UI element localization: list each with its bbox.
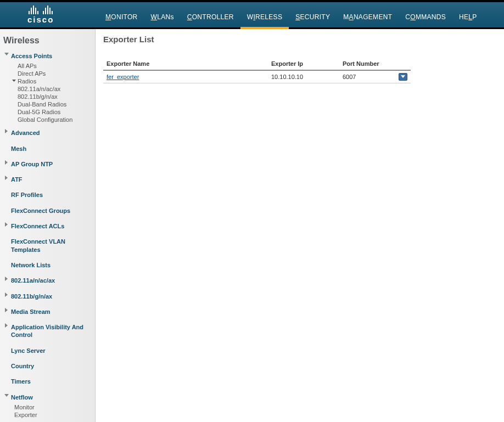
main-nav: MONITOR WLANs CONTROLLER WIRELESS SECURI… [99,2,484,27]
menu-country[interactable]: Country [3,360,93,372]
menu-network-lists[interactable]: Network Lists [3,259,93,271]
menu-label-netflow: Netflow [11,392,33,402]
menu-label-country: Country [11,361,34,371]
sub-radios[interactable]: Radios [18,77,36,85]
menu-label-timers: Timers [11,376,31,386]
menu-netflow[interactable]: Netflow [3,391,93,403]
table-row: fer_exporter 10.10.10.10 6007 [103,70,411,83]
sub-direct-aps[interactable]: Direct APs [18,70,93,77]
svg-marker-3 [5,160,8,165]
chevron-right-icon [4,160,11,165]
chevron-right-icon [4,292,11,297]
svg-marker-0 [4,53,9,55]
menu-label-advanced: Advanced [11,128,40,138]
exporter-port-cell: 6007 [339,70,395,83]
menu-access-points[interactable]: Access Points [3,50,93,62]
menu-label-ap-group-ntp: AP Group NTP [11,159,53,169]
menu-atf[interactable]: ATF [3,173,93,185]
nav-controller[interactable]: CONTROLLER [181,10,240,24]
svg-marker-6 [5,277,8,281]
svg-marker-8 [5,308,8,312]
menu-timers[interactable]: Timers [3,375,93,387]
sidebar: Wireless Access Points All APs Direct AP… [0,29,96,422]
svg-marker-12 [401,75,405,78]
menu-media-stream[interactable]: Media Stream [3,306,93,318]
chevron-down-icon [12,78,18,85]
main-container: Wireless Access Points All APs Direct AP… [0,29,504,422]
menu-lync[interactable]: Lync Server [3,345,93,357]
chevron-right-icon [4,323,11,328]
exporter-table: Exporter Name Exporter Ip Port Number fe… [103,57,411,83]
nav-wireless[interactable]: WIRELESS [240,10,289,24]
sidebar-title: Wireless [0,33,95,49]
sub-radio-a[interactable]: 802.11a/n/ac/ax [18,85,93,93]
svg-marker-5 [5,222,8,227]
menu-label-atf: ATF [11,175,23,184]
chevron-right-icon [4,129,11,134]
sub-netflow-exporter[interactable]: Exporter [14,411,93,419]
cisco-logo: cisco [27,5,54,24]
nav-management[interactable]: MANAGEMENT [337,10,399,24]
nav-commands[interactable]: COMMANDS [399,10,452,24]
chevron-right-icon [4,176,11,181]
sub-netflow-monitor[interactable]: Monitor [14,403,93,411]
nav-wlans[interactable]: WLANs [144,10,181,24]
row-action-dropdown[interactable] [399,73,407,81]
sub-dual-band[interactable]: Dual-Band Radios [18,100,93,108]
menu-band-b[interactable]: 802.11b/g/n/ax [3,290,93,302]
chevron-down-icon [4,393,11,398]
svg-marker-10 [4,394,9,397]
menu-flexconnect-groups[interactable]: FlexConnect Groups [3,205,93,217]
svg-marker-2 [5,129,8,133]
chevron-down-icon [4,52,11,57]
sub-all-aps[interactable]: All APs [18,62,93,70]
menu-label-flexconnect-vlan: FlexConnect VLAN Templates [11,237,92,255]
col-exporter-name: Exporter Name [103,57,268,70]
menu-rf-profiles[interactable]: RF Profiles [3,189,93,201]
col-exporter-ip: Exporter Ip [268,57,339,70]
top-bar: cisco MONITOR WLANs CONTROLLER WIRELESS … [0,0,504,29]
menu-label-mesh: Mesh [11,144,26,154]
exporter-ip-cell: 10.10.10.10 [268,70,339,83]
cisco-logo-bars [27,5,54,14]
menu-label-flexconnect-groups: FlexConnect Groups [11,206,70,216]
menu-label-network-lists: Network Lists [11,260,51,270]
svg-marker-1 [12,80,16,82]
menu-label-band-b: 802.11b/g/n/ax [11,291,52,301]
menu-avc[interactable]: Application Visibility And Control [3,321,93,341]
menu-band-a[interactable]: 802.11a/n/ac/ax [3,274,93,286]
menu-flexconnect-vlan[interactable]: FlexConnect VLAN Templates [3,235,93,256]
menu-label-avc: Application Visibility And Control [11,322,92,340]
nav-help[interactable]: HELP [452,10,484,24]
exporter-name-link[interactable]: fer_exporter [107,74,139,80]
svg-marker-4 [5,176,8,180]
svg-marker-9 [5,323,8,328]
sidebar-menu: Access Points All APs Direct APs Radios … [0,49,95,422]
sub-global-config[interactable]: Global Configuration [18,116,93,123]
menu-label-lync: Lync Server [11,346,46,356]
menu-label-band-a: 802.11a/n/ac/ax [11,275,55,285]
page-title: Exporter List [103,35,496,57]
nav-security[interactable]: SECURITY [289,10,337,24]
svg-marker-7 [5,292,8,297]
sub-dual-5g[interactable]: Dual-5G Radios [18,108,93,116]
content-area: Exporter List Exporter Name Exporter Ip … [96,29,504,422]
chevron-right-icon [4,308,11,313]
menu-label-rf-profiles: RF Profiles [11,190,43,200]
chevron-down-icon [401,75,405,78]
menu-label-access-points: Access Points [11,51,52,61]
menu-mesh[interactable]: Mesh [3,143,93,155]
sub-radio-b[interactable]: 802.11b/g/n/ax [18,93,93,100]
menu-ap-group-ntp[interactable]: AP Group NTP [3,158,93,170]
menu-advanced[interactable]: Advanced [3,127,93,139]
chevron-right-icon [4,277,11,282]
menu-label-media-stream: Media Stream [11,307,51,317]
menu-label-flexconnect-acls: FlexConnect ACLs [11,221,64,231]
nav-monitor[interactable]: MONITOR [99,10,144,24]
menu-flexconnect-acls[interactable]: FlexConnect ACLs [3,220,93,232]
cisco-logo-text: cisco [27,15,54,24]
col-port-number: Port Number [339,57,395,70]
chevron-right-icon [4,222,11,227]
